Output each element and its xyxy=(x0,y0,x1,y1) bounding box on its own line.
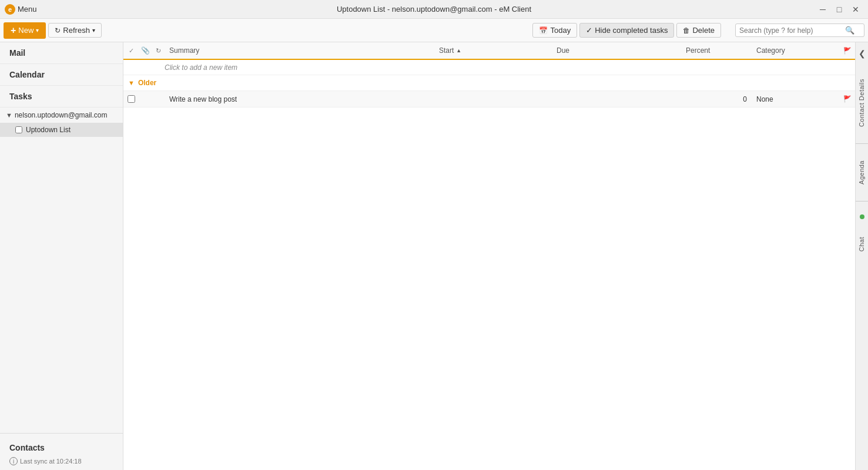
search-input[interactable] xyxy=(739,26,845,35)
task-summary-cell: Write a new blog post xyxy=(165,95,434,103)
refresh-arrow-icon: ▾ xyxy=(92,27,95,33)
task-table-header: ✓ 📎 ↻ Summary Start ▲ Due Percent Catego… xyxy=(123,42,855,60)
title-bar: e Menu Uptodown List - nelson.uptodown@g… xyxy=(0,0,868,19)
refresh-label: Refresh xyxy=(63,26,90,35)
group-header-older: ▼ Older xyxy=(123,75,855,91)
today-button[interactable]: 📅 Today xyxy=(532,23,577,38)
search-icon: 🔍 xyxy=(845,26,854,35)
sync-status: i Last sync at 10:24:18 xyxy=(9,455,113,465)
hide-completed-button[interactable]: ✓ Hide completed tasks xyxy=(579,23,674,38)
window-title: Uptodown List - nelson.uptodown@gmail.co… xyxy=(337,5,531,14)
toolbar: + New ▾ ↻ Refresh ▾ 📅 Today ✓ Hide compl… xyxy=(0,19,868,42)
search-box[interactable]: 🔍 xyxy=(735,24,864,37)
delete-icon: 🗑 xyxy=(683,26,690,35)
task-list-checkbox[interactable] xyxy=(15,126,22,133)
repeat-column-icon: ↻ xyxy=(156,47,161,55)
delete-button[interactable]: 🗑 Delete xyxy=(676,23,721,38)
sidebar-task-section: ▼ nelson.uptodown@gmail.com Uptodown Lis… xyxy=(0,108,123,433)
th-summary[interactable]: Summary xyxy=(165,46,434,55)
delete-label: Delete xyxy=(692,26,715,35)
sidebar-item-contacts[interactable]: Contacts xyxy=(9,438,113,455)
app-logo: e xyxy=(5,4,15,15)
th-due[interactable]: Due xyxy=(552,46,681,55)
today-icon: 📅 xyxy=(539,26,548,35)
task-checkbox[interactable] xyxy=(128,95,135,103)
flag-icon: 🚩 xyxy=(843,95,852,103)
new-button[interactable]: + New ▾ xyxy=(4,22,46,39)
task-flag-cell: 🚩 xyxy=(840,95,855,103)
task-list: Write a new blog post 0 None 🚩 xyxy=(123,91,855,108)
task-percent-cell: 0 xyxy=(681,95,752,103)
sync-label: Last sync at 10:24:18 xyxy=(20,458,82,465)
menu-label[interactable]: Menu xyxy=(18,5,37,14)
chat-tab[interactable]: Chat xyxy=(856,232,869,256)
flag-column-icon: 🚩 xyxy=(843,47,852,55)
chat-online-dot xyxy=(860,214,864,219)
agenda-tab[interactable]: Agenda xyxy=(856,156,869,189)
task-list-item[interactable]: Uptodown List xyxy=(0,123,123,137)
new-label: New xyxy=(18,26,33,35)
info-icon: i xyxy=(9,457,18,465)
attach-column-icon: 📎 xyxy=(141,46,150,55)
task-category-cell: None xyxy=(752,95,840,103)
sidebar: Mail Calendar Tasks ▼ nelson.uptodown@gm… xyxy=(0,42,123,470)
task-check-cell xyxy=(123,95,139,103)
th-flag: 🚩 xyxy=(840,47,855,55)
hide-completed-check-icon: ✓ xyxy=(586,26,592,35)
start-sort-icon: ▲ xyxy=(456,48,461,53)
minimize-button[interactable]: ─ xyxy=(815,4,830,15)
add-item-placeholder: Click to add a new item xyxy=(165,63,237,72)
maximize-button[interactable]: □ xyxy=(832,4,847,15)
th-repeat: ↻ xyxy=(152,47,165,55)
th-check: ✓ xyxy=(123,47,139,55)
sidebar-item-calendar[interactable]: Calendar xyxy=(0,64,123,86)
today-label: Today xyxy=(550,26,571,35)
refresh-icon: ↻ xyxy=(55,26,61,35)
task-row[interactable]: Write a new blog post 0 None 🚩 xyxy=(123,91,855,108)
sidebar-bottom: Contacts i Last sync at 10:24:18 xyxy=(0,433,123,470)
account-arrow-icon: ▼ xyxy=(6,112,12,119)
right-panel: ❮ Contact Details Agenda Chat xyxy=(855,42,868,470)
th-start[interactable]: Start ▲ xyxy=(434,46,552,55)
task-list-name: Uptodown List xyxy=(26,126,71,134)
panel-toggle-button[interactable]: ❮ xyxy=(856,45,868,62)
th-category[interactable]: Category xyxy=(752,46,840,55)
account-item[interactable]: ▼ nelson.uptodown@gmail.com xyxy=(0,108,123,123)
right-tabs: Contact Details Agenda Chat xyxy=(856,62,869,470)
close-button[interactable]: ✕ xyxy=(848,4,863,15)
group-label[interactable]: Older xyxy=(138,79,156,87)
th-percent[interactable]: Percent xyxy=(681,46,752,55)
sidebar-item-tasks[interactable]: Tasks xyxy=(0,86,123,108)
th-attach: 📎 xyxy=(139,46,152,55)
group-arrow-icon[interactable]: ▼ xyxy=(128,79,135,86)
new-plus-icon: + xyxy=(11,25,16,36)
new-arrow-icon: ▾ xyxy=(36,27,39,33)
hide-completed-label: Hide completed tasks xyxy=(595,26,668,35)
content-area: ✓ 📎 ↻ Summary Start ▲ Due Percent Catego… xyxy=(123,42,855,470)
add-item-row[interactable]: Click to add a new item xyxy=(123,60,855,75)
sidebar-item-mail[interactable]: Mail xyxy=(0,42,123,64)
refresh-button[interactable]: ↻ Refresh ▾ xyxy=(48,23,102,38)
contact-details-tab[interactable]: Contact Details xyxy=(856,74,869,132)
account-email: nelson.uptodown@gmail.com xyxy=(15,111,108,119)
check-column-icon: ✓ xyxy=(129,47,134,55)
